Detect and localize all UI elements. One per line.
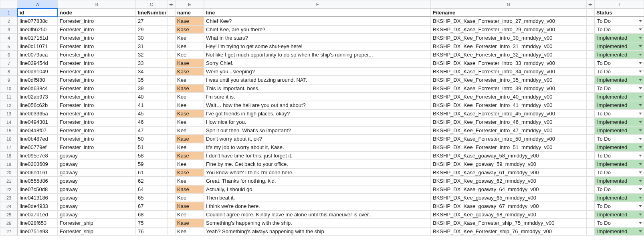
dropdown-icon[interactable] xyxy=(639,222,642,224)
cell-linenumber[interactable]: 62 xyxy=(136,177,167,185)
row-head-15[interactable]: 15 xyxy=(0,126,18,135)
cell-line[interactable]: Spit it out then. What's so important? xyxy=(204,126,431,135)
row-head-23[interactable]: 23 xyxy=(0,194,18,202)
dropdown-icon[interactable] xyxy=(639,20,642,22)
cell-linenumber[interactable]: 64 xyxy=(136,185,167,194)
cell-line[interactable]: Sorry Chief. xyxy=(204,59,431,67)
dropdown-icon[interactable] xyxy=(639,121,642,123)
row-head-26[interactable]: 26 xyxy=(0,219,18,227)
cell-line[interactable]: Chief Kee, are you there? xyxy=(204,25,431,34)
cell-name[interactable]: Kee xyxy=(175,126,204,135)
cell-name[interactable]: Kase xyxy=(175,109,204,118)
cell-line[interactable]: Wait… how the hell are you out and about… xyxy=(204,101,431,109)
cell-linenumber[interactable]: 29 xyxy=(136,25,167,34)
cell-line[interactable]: This is important, boss. xyxy=(204,84,431,93)
cell-filename[interactable]: BKSHP_DX_Kee_Forrester_intro_40_mmddyy_v… xyxy=(431,93,586,101)
cell-name[interactable]: Kase xyxy=(175,219,204,227)
cell-filename[interactable]: BKSHP_DX_Kee_Forrester_ship_76_mmddyy_v0… xyxy=(431,227,586,236)
cell-filename[interactable]: BKSHP_DX_Kase_goaway_67_mmddyy_v00 xyxy=(431,202,586,210)
cell-status[interactable]: Implemented xyxy=(594,76,644,84)
select-all-corner[interactable] xyxy=(0,0,18,8)
cell-status[interactable]: Implemented xyxy=(594,93,644,101)
dropdown-icon[interactable] xyxy=(639,129,642,131)
cell-id[interactable]: line0b3365a xyxy=(18,109,58,118)
cell-filename[interactable]: BKSHP_DX_Kase_Forrester_intro_39_mmddyy_… xyxy=(431,84,586,93)
cell-line[interactable]: Something's happening with the ship. xyxy=(204,219,431,227)
row-head-13[interactable]: 13 xyxy=(0,109,18,118)
cell-linenumber[interactable]: 30 xyxy=(136,34,167,42)
cell-name[interactable]: Kase xyxy=(175,84,204,93)
cell-line[interactable]: I've got friends in high places, okay? xyxy=(204,109,431,118)
row-head-19[interactable]: 19 xyxy=(0,160,18,168)
cell-status[interactable]: Implemented xyxy=(594,101,644,109)
cell-line[interactable]: I was until you started buzzing around, … xyxy=(204,76,431,84)
dropdown-icon[interactable] xyxy=(639,230,642,232)
cell-name[interactable]: Kee xyxy=(175,76,204,84)
col-head-i[interactable]: I xyxy=(594,0,644,8)
cell-status[interactable]: To Do xyxy=(594,219,644,227)
dropdown-icon[interactable] xyxy=(639,163,642,165)
cell-linenumber[interactable]: 39 xyxy=(136,84,167,93)
cell-b1[interactable]: node xyxy=(58,8,136,17)
cell-filename[interactable]: BKSHP_DX_Kee_Forrester_intro_31_mmddyy_v… xyxy=(431,42,586,50)
cell-line[interactable]: Fine by me. Get back to your office. xyxy=(204,160,431,168)
cell-status[interactable]: Implemented xyxy=(594,160,644,168)
cell-line[interactable]: Were you...sleeping? xyxy=(204,67,431,76)
cell-linenumber[interactable]: 34 xyxy=(136,67,167,76)
cell-node[interactable]: Forrester_intro xyxy=(58,34,136,42)
row-head-3[interactable]: 3 xyxy=(0,25,18,34)
cell-status[interactable]: Implemented xyxy=(594,194,644,202)
cell-line[interactable]: You know what? I think I'm done here. xyxy=(204,168,431,177)
cell-id[interactable]: line0df5f80 xyxy=(18,76,58,84)
cell-a1[interactable]: id xyxy=(18,8,58,17)
dropdown-icon[interactable] xyxy=(639,197,642,199)
row-head-12[interactable]: 12 xyxy=(0,101,18,109)
spreadsheet-grid[interactable]: ABCEFGI1idnodelineNumbernamelineFilename… xyxy=(0,0,644,236)
cell-name[interactable]: Kee xyxy=(175,42,204,50)
cell-status[interactable]: To Do xyxy=(594,109,644,118)
cell-linenumber[interactable]: 41 xyxy=(136,101,167,109)
cell-g1[interactable]: Filename xyxy=(431,8,586,17)
row-head-7[interactable]: 7 xyxy=(0,59,18,67)
col-head-f[interactable]: F xyxy=(204,0,431,8)
cell-node[interactable]: Forrester_intro xyxy=(58,101,136,109)
col-head-c[interactable]: C xyxy=(136,0,167,8)
cell-node[interactable]: Forrester_intro xyxy=(58,93,136,101)
col-head-a[interactable]: A xyxy=(18,0,58,8)
cell-node[interactable]: Forrester_intro xyxy=(58,126,136,135)
cell-name[interactable]: Kase xyxy=(175,25,204,34)
cell-linenumber[interactable]: 32 xyxy=(136,50,167,59)
cell-filename[interactable]: BKSHP_DX_Kase_Forrester_intro_50_mmddyy_… xyxy=(431,135,586,143)
cell-id[interactable]: line0a7b1ed xyxy=(18,210,58,219)
row-head-20[interactable]: 20 xyxy=(0,168,18,177)
cell-name[interactable]: Kee xyxy=(175,34,204,42)
cell-filename[interactable]: BKSHP_DX_Kase_Forrester_intro_33_mmddyy_… xyxy=(431,59,586,67)
cell-line[interactable]: Hey! I'm trying to get some shut-eye her… xyxy=(204,42,431,50)
row-head-16[interactable]: 16 xyxy=(0,135,18,143)
cell-line[interactable]: I think we're done here. xyxy=(204,202,431,210)
cell-name[interactable]: Kase xyxy=(175,168,204,177)
cell-line[interactable]: What in the stars? xyxy=(204,34,431,42)
cell-line[interactable]: It's my job to worry about it, Kase. xyxy=(204,143,431,151)
dropdown-icon[interactable] xyxy=(639,180,642,182)
cell-status[interactable]: To Do xyxy=(594,202,644,210)
cell-linenumber[interactable]: 67 xyxy=(136,202,167,210)
dropdown-icon[interactable] xyxy=(639,45,642,47)
row-head-8[interactable]: 8 xyxy=(0,67,18,76)
cell-name[interactable]: Kee xyxy=(175,210,204,219)
dropdown-icon[interactable] xyxy=(639,214,642,216)
cell-linenumber[interactable]: 75 xyxy=(136,219,167,227)
dropdown-icon[interactable] xyxy=(639,79,642,81)
cell-line[interactable]: How nice for you. xyxy=(204,118,431,126)
cell-status[interactable]: To Do xyxy=(594,67,644,76)
cell-line[interactable]: Yeah? Something's always happening with … xyxy=(204,227,431,236)
row-head-24[interactable]: 24 xyxy=(0,202,18,210)
dropdown-icon[interactable] xyxy=(639,155,642,157)
cell-id[interactable]: line0d91049 xyxy=(18,67,58,76)
cell-id[interactable]: line0555d86 xyxy=(18,177,58,185)
cell-i1[interactable]: Status xyxy=(594,8,644,17)
cell-status[interactable]: Implemented xyxy=(594,210,644,219)
cell-id[interactable]: line0413186 xyxy=(18,194,58,202)
cell-node[interactable]: Forrester_intro xyxy=(58,50,136,59)
dropdown-icon[interactable] xyxy=(639,37,642,39)
